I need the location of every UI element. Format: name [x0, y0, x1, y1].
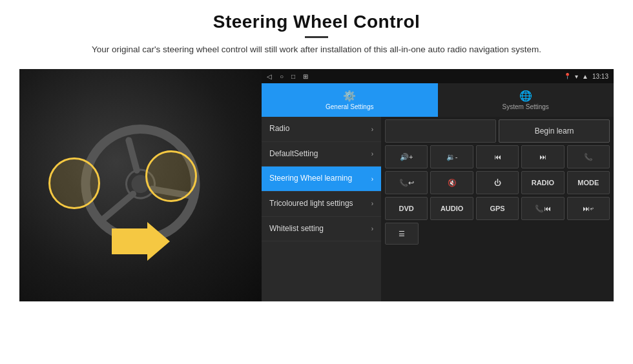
- tab-general-settings[interactable]: ⚙️ General Settings: [262, 83, 438, 117]
- mode-label: MODE: [577, 179, 599, 187]
- mute-icon: 🔇: [448, 179, 457, 187]
- menu-item-tricolour[interactable]: Tricoloured light settings ›: [262, 192, 381, 217]
- menu-whitelist-label: Whitelist setting: [269, 224, 369, 234]
- menu-radio-chevron: ›: [371, 126, 373, 133]
- skip-button[interactable]: ⏭↩: [567, 197, 610, 220]
- page-container: Steering Wheel Control Your original car…: [0, 0, 633, 364]
- page-title: Steering Wheel Control: [92, 12, 541, 32]
- menu-item-whitelist[interactable]: Whitelist setting ›: [262, 217, 381, 242]
- menu-default-chevron: ›: [371, 150, 373, 157]
- main-area: Radio › DefaultSetting › Steering Wheel …: [262, 117, 614, 301]
- next-icon: ⏭: [539, 153, 546, 161]
- right-controls: Begin learn 🔊+ 🔉- ⏮: [381, 117, 614, 301]
- tel-prev-button[interactable]: 📞⏮: [521, 197, 564, 220]
- menu-steering-chevron: ›: [371, 176, 373, 183]
- menu-icon-button[interactable]: ☰: [385, 223, 419, 245]
- menu-item-radio[interactable]: Radio ›: [262, 117, 381, 142]
- recent-nav-icon[interactable]: □: [291, 73, 295, 80]
- home-nav-icon[interactable]: ○: [280, 73, 284, 80]
- menu-radio-label: Radio: [269, 124, 369, 134]
- car-image-section: [19, 69, 262, 301]
- mute-button[interactable]: 🔇: [430, 171, 473, 194]
- highlight-circle-left: [48, 157, 100, 209]
- dvd-button[interactable]: DVD: [385, 197, 428, 220]
- vol-up-icon: 🔊+: [400, 153, 413, 161]
- menu-tricolour-label: Tricoloured light settings: [269, 199, 369, 209]
- audio-label: AUDIO: [441, 205, 463, 212]
- back-nav-icon[interactable]: ◁: [267, 73, 272, 80]
- android-panel: ◁ ○ □ ⊞ 📍 ▾ ▲ 13:13 ⚙️ General Settings: [262, 69, 614, 301]
- power-button[interactable]: ⏻: [476, 171, 519, 194]
- control-row-1: 🔊+ 🔉- ⏮ ⏭ 📞: [385, 145, 610, 168]
- signal-icon: ▲: [582, 73, 588, 80]
- power-icon: ⏻: [494, 179, 501, 187]
- car-image-bg: [19, 69, 262, 301]
- audio-button[interactable]: AUDIO: [430, 197, 473, 220]
- tab-system-label: System Settings: [503, 103, 549, 110]
- title-divider: [305, 36, 328, 38]
- svg-line-2: [129, 141, 136, 170]
- prev-icon: ⏮: [494, 153, 501, 161]
- mode-button[interactable]: MODE: [567, 171, 610, 194]
- arrow-indicator: [112, 219, 170, 267]
- bottom-row: ☰: [385, 223, 610, 245]
- gps-label: GPS: [490, 205, 504, 212]
- menu-steering-label: Steering Wheel learning: [269, 174, 369, 184]
- phone-icon: 📞: [584, 153, 593, 161]
- location-icon: 📍: [564, 73, 571, 79]
- dvd-label: DVD: [399, 205, 414, 212]
- status-bar-right: 📍 ▾ ▲ 13:13: [564, 73, 608, 80]
- vol-down-icon: 🔉-: [446, 153, 458, 161]
- menu-item-steering[interactable]: Steering Wheel learning ›: [262, 167, 381, 192]
- menu-whitelist-chevron: ›: [371, 225, 373, 232]
- clock: 13:13: [592, 73, 608, 80]
- menu-default-label: DefaultSetting: [269, 149, 369, 159]
- system-settings-icon: 🌐: [519, 90, 532, 102]
- skip-icon: ⏭↩: [583, 205, 594, 212]
- radio-btn[interactable]: RADIO: [521, 171, 564, 194]
- left-menu: Radio › DefaultSetting › Steering Wheel …: [262, 117, 381, 301]
- answer-button[interactable]: 📞↩: [385, 171, 428, 194]
- next-track-button[interactable]: ⏭: [521, 145, 564, 168]
- svg-line-3: [96, 194, 138, 222]
- vol-up-button[interactable]: 🔊+: [385, 145, 428, 168]
- status-bar: ◁ ○ □ ⊞ 📍 ▾ ▲ 13:13: [262, 69, 614, 83]
- svg-marker-6: [112, 222, 170, 261]
- tab-system-settings[interactable]: 🌐 System Settings: [438, 83, 614, 117]
- control-row-2: 📞↩ 🔇 ⏻ RADIO MODE: [385, 171, 610, 194]
- begin-learn-button[interactable]: Begin learn: [499, 119, 610, 143]
- highlight-circle-right: [145, 150, 197, 202]
- grid-nav-icon[interactable]: ⊞: [303, 73, 308, 80]
- tab-bar: ⚙️ General Settings 🌐 System Settings: [262, 83, 614, 117]
- wifi-icon: ▾: [575, 73, 578, 80]
- control-row-3: DVD AUDIO GPS 📞⏮ ⏭↩: [385, 197, 610, 220]
- menu-item-default[interactable]: DefaultSetting ›: [262, 142, 381, 167]
- tab-general-label: General Settings: [326, 103, 374, 110]
- subtitle: Your original car's steering wheel contr…: [92, 43, 541, 56]
- tel-prev-icon: 📞⏮: [535, 205, 551, 213]
- radio-empty-box: [385, 119, 496, 143]
- content-area: ◁ ○ □ ⊞ 📍 ▾ ▲ 13:13 ⚙️ General Settings: [19, 69, 614, 301]
- radio-label: RADIO: [532, 179, 554, 187]
- menu-tricolour-chevron: ›: [371, 200, 373, 207]
- vol-down-button[interactable]: 🔉-: [430, 145, 473, 168]
- gps-button[interactable]: GPS: [476, 197, 519, 220]
- answer-icon: 📞↩: [399, 179, 414, 187]
- menu-icon: ☰: [399, 230, 405, 238]
- title-section: Steering Wheel Control Your original car…: [92, 12, 541, 64]
- phone-button[interactable]: 📞: [567, 145, 610, 168]
- general-settings-icon: ⚙️: [343, 90, 356, 102]
- nav-icons: ◁ ○ □ ⊞: [267, 73, 308, 80]
- radio-row: Begin learn: [385, 119, 610, 143]
- prev-track-button[interactable]: ⏮: [476, 145, 519, 168]
